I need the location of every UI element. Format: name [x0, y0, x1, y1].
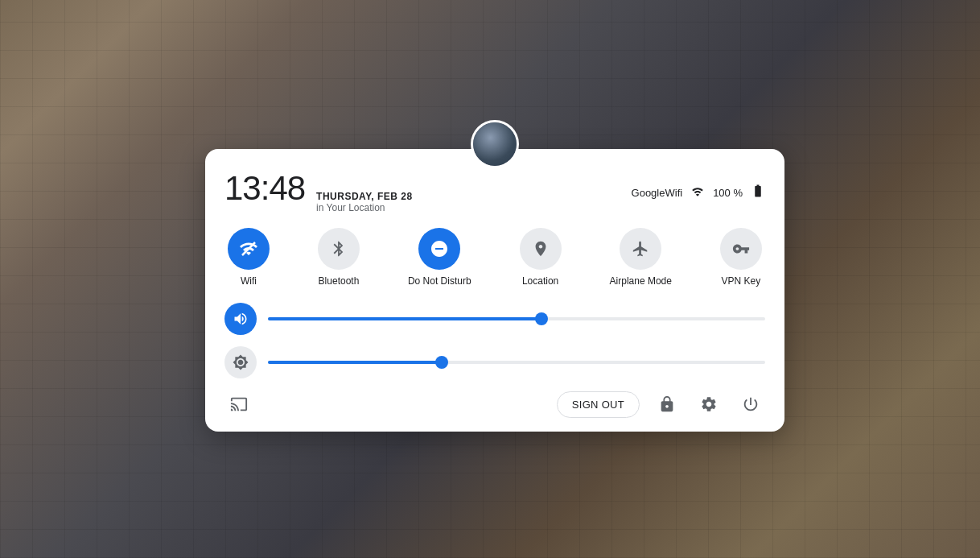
header-row: 13:48 THURSDAY, FEB 28 in Your Location … — [224, 172, 765, 213]
vpn-toggle-circle — [720, 228, 762, 270]
volume-icon-circle[interactable] — [224, 303, 257, 335]
footer-left — [224, 390, 253, 419]
time-block: 13:48 THURSDAY, FEB 28 in Your Location — [224, 172, 413, 213]
cast-button[interactable] — [224, 390, 253, 419]
wifi-label: Wifi — [241, 275, 257, 287]
bluetooth-toggle-circle — [318, 228, 360, 270]
location-toggle-circle — [520, 228, 562, 270]
toggle-location[interactable]: Location — [520, 228, 562, 287]
volume-slider-thumb — [535, 312, 548, 325]
wifi-icon — [690, 185, 705, 200]
status-block: GoogleWifi 100 % — [632, 184, 765, 201]
wifi-network-name: GoogleWifi — [632, 187, 683, 199]
location-text: in Your Location — [316, 202, 413, 213]
quick-settings-panel: 13:48 THURSDAY, FEB 28 in Your Location … — [205, 149, 784, 432]
footer-right: SIGN OUT — [557, 390, 765, 419]
volume-slider-row — [224, 303, 765, 335]
battery-percent: 100 % — [713, 187, 743, 199]
toggle-airplane-mode[interactable]: Airplane Mode — [610, 228, 672, 287]
volume-slider-fill — [268, 317, 541, 320]
dnd-label: Do Not Disturb — [408, 275, 471, 287]
location-label: Location — [522, 275, 558, 287]
brightness-icon-circle[interactable] — [224, 346, 257, 378]
dnd-toggle-circle — [418, 228, 460, 270]
power-button[interactable] — [736, 390, 765, 419]
toggle-do-not-disturb[interactable]: Do Not Disturb — [408, 228, 471, 287]
toggle-wifi[interactable]: Wifi — [228, 228, 270, 287]
avatar[interactable] — [471, 120, 519, 168]
footer-row: SIGN OUT — [224, 390, 765, 419]
toggles-row: Wifi Bluetooth Do Not Disturb — [224, 228, 765, 287]
avatar-image — [473, 122, 517, 166]
date-text: THURSDAY, FEB 28 — [316, 191, 413, 202]
toggle-bluetooth[interactable]: Bluetooth — [318, 228, 360, 287]
battery-icon — [751, 184, 765, 201]
vpn-label: VPN Key — [722, 275, 761, 287]
brightness-slider-row — [224, 346, 765, 378]
lock-button[interactable] — [653, 390, 681, 419]
volume-slider-track[interactable] — [268, 317, 765, 320]
airplane-toggle-circle — [620, 228, 661, 270]
wifi-toggle-circle — [228, 228, 270, 270]
brightness-slider-track[interactable] — [268, 361, 765, 364]
settings-button[interactable] — [694, 390, 723, 419]
brightness-slider-fill — [268, 361, 442, 364]
brightness-slider-thumb — [435, 356, 448, 369]
airplane-label: Airplane Mode — [610, 275, 672, 287]
clock-time: 13:48 — [224, 172, 305, 205]
date-block: THURSDAY, FEB 28 in Your Location — [316, 191, 413, 213]
bluetooth-label: Bluetooth — [319, 275, 360, 287]
toggle-vpn-key[interactable]: VPN Key — [720, 228, 762, 287]
sign-out-button[interactable]: SIGN OUT — [557, 391, 640, 418]
